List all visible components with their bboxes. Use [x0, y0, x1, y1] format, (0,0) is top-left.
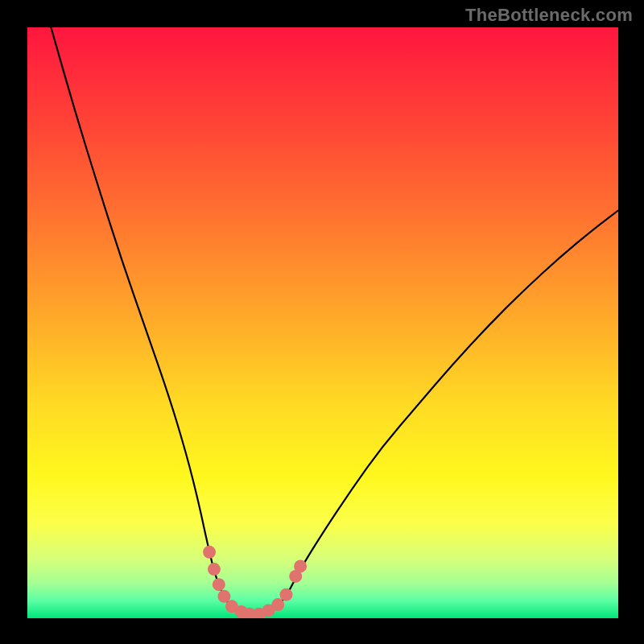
highlight-dot: [208, 563, 221, 576]
highlight-dot: [203, 546, 216, 559]
plot-area: [27, 27, 618, 618]
highlight-dot: [213, 578, 225, 591]
highlight-dot: [294, 559, 307, 572]
watermark-text: TheBottleneck.com: [465, 5, 633, 26]
chart-frame: TheBottleneck.com: [0, 0, 644, 644]
chart-svg: [27, 27, 618, 618]
highlight-dot: [279, 588, 292, 601]
highlight-dot: [271, 598, 284, 611]
gradient-background: [27, 27, 618, 618]
